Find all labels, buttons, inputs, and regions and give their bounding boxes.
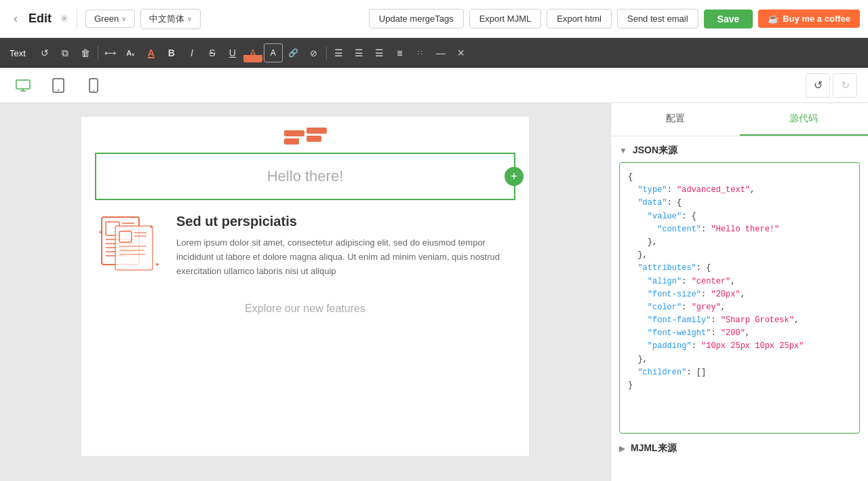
hello-text: Hello there! [267, 168, 344, 185]
svg-point-2 [58, 90, 59, 91]
toolbar-link-icon[interactable]: ⟷ [101, 43, 120, 62]
toolbar-sep-2 [326, 46, 327, 60]
nav-divider [77, 9, 77, 28]
coffee-label: Buy me a coffee [783, 14, 850, 24]
content-title: Sed ut perspiciatis [176, 214, 515, 229]
toolbar-remove-link-button[interactable]: ⊘ [304, 43, 323, 62]
toolbar-bg-color-button[interactable]: A [243, 43, 262, 62]
mjml-section-header[interactable]: ▶ MJML来源 [619, 434, 860, 463]
json-editor[interactable]: { "type": "advanced_text", "data": { "va… [619, 162, 860, 434]
green-chevron-icon: ∨ [121, 15, 126, 22]
desktop-view-button[interactable] [11, 73, 35, 98]
svg-text:✦: ✦ [155, 261, 160, 268]
toolbar-list-ol-button[interactable]: ≣ [391, 43, 410, 62]
svg-text:✦: ✦ [98, 229, 103, 235]
logo-col-1 [284, 130, 304, 145]
toolbar-outline-button[interactable]: A [264, 43, 283, 62]
toolbar-font-size-button[interactable]: Aᵥ [121, 43, 140, 62]
tab-source[interactable]: 源代码 [740, 103, 869, 136]
view-bar: ↺ ↻ [0, 68, 868, 103]
green-label: Green [94, 14, 119, 24]
mjml-arrow-icon: ▶ [619, 444, 625, 453]
svg-text:✦: ✦ [149, 225, 153, 229]
explore-text: Explore our new features [245, 303, 366, 314]
toolbar-close-button[interactable]: × [452, 43, 471, 62]
logo-bar-4 [307, 136, 321, 142]
toolbar-delete-button[interactable]: 🗑 [76, 43, 95, 62]
svg-rect-15 [115, 226, 153, 270]
email-canvas: Hello there! + [81, 117, 529, 456]
svg-rect-0 [16, 80, 30, 89]
toolbar-align-center-button[interactable]: ☰ [350, 43, 369, 62]
redo-button[interactable]: ↻ [833, 73, 857, 98]
main-layout: Hello there! + [0, 103, 868, 481]
panel-content: ▼ JSON来源 { "type": "advanced_text", "dat… [611, 136, 868, 481]
view-icons [11, 73, 806, 98]
logo-icon [284, 130, 327, 145]
toolbar-undo-button[interactable]: ↺ [35, 43, 54, 62]
lang-label: 中文简体 [149, 13, 184, 25]
mobile-view-button[interactable] [81, 73, 106, 98]
toolbar-copy-button[interactable]: ⧉ [56, 43, 75, 62]
toolbar-list-ul-button[interactable]: ∷ [411, 43, 430, 62]
toolbar-align-right-button[interactable]: ☰ [370, 43, 389, 62]
buy-coffee-button[interactable]: ☕ Buy me a coffee [758, 9, 860, 28]
canvas-area: Hello there! + [0, 103, 610, 481]
lang-button[interactable]: 中文简体 ∨ [140, 9, 201, 29]
content-body: Lorem ipsum dolor sit amet, consectetur … [176, 236, 515, 278]
json-section-title: JSON来源 [633, 145, 677, 157]
navbar: ‹ Edit ✳ Green ∨ 中文简体 ∨ Update mergeTags… [0, 0, 868, 38]
toolbar-font-color-button[interactable]: A [142, 43, 161, 62]
add-block-button[interactable]: + [505, 167, 524, 186]
explore-section: Explore our new features [81, 292, 529, 326]
green-theme-button[interactable]: Green ∨ [85, 9, 135, 28]
toolbar-text-label: Text [5, 47, 30, 60]
hello-section[interactable]: Hello there! + [95, 153, 515, 200]
logo-col-2 [307, 128, 327, 142]
json-arrow-icon: ▼ [619, 146, 627, 155]
page-title: Edit [28, 12, 52, 26]
toolbar-hr-button[interactable]: — [431, 43, 450, 62]
back-button[interactable]: ‹ [8, 9, 23, 28]
export-mjml-button[interactable]: Export MJML [469, 9, 542, 28]
lang-chevron-icon: ∨ [187, 15, 192, 22]
toolbar-underline-button[interactable]: U [223, 43, 242, 62]
content-text: Sed ut perspiciatis Lorem ipsum dolor si… [176, 214, 515, 278]
star-icon[interactable]: ✳ [60, 12, 68, 25]
tablet-view-button[interactable] [46, 73, 71, 98]
text-toolbar: Text ↺ ⧉ 🗑 ⟷ Aᵥ A B I S U A A 🔗 ⊘ ☰ ☰ ☰ … [0, 38, 868, 68]
toolbar-sep-1 [98, 46, 98, 60]
undo-button[interactable]: ↺ [806, 73, 830, 98]
tab-config[interactable]: 配置 [611, 103, 740, 136]
svg-point-4 [93, 90, 94, 91]
logo-row [81, 117, 529, 153]
content-svg: ✦ ✦ ✦ [95, 214, 163, 275]
content-section: ✦ ✦ ✦ Sed ut perspiciatis Lorem ipsum do… [81, 200, 529, 292]
toolbar-italic-button[interactable]: I [182, 43, 201, 62]
update-mergetags-button[interactable]: Update mergeTags [369, 9, 464, 28]
toolbar-align-left-button[interactable]: ☰ [330, 43, 349, 62]
right-panel: 配置 源代码 ▼ JSON来源 { "type": "advanced_text… [610, 103, 868, 481]
undo-redo-controls: ↺ ↻ [806, 73, 857, 98]
send-test-button[interactable]: Send test email [617, 9, 698, 28]
toolbar-add-link-button[interactable]: 🔗 [284, 43, 303, 62]
mjml-section-title: MJML来源 [631, 442, 677, 455]
toolbar-bold-button[interactable]: B [162, 43, 181, 62]
logo-bar-2 [284, 138, 299, 145]
json-section-header[interactable]: ▼ JSON来源 [619, 145, 860, 157]
logo-bar-1 [284, 130, 304, 136]
panel-tabs: 配置 源代码 [611, 103, 868, 136]
export-html-button[interactable]: Export html [547, 9, 612, 28]
content-image: ✦ ✦ ✦ [95, 214, 163, 277]
save-button[interactable]: Save [704, 9, 753, 28]
logo-bar-3 [307, 128, 327, 134]
toolbar-strikethrough-button[interactable]: S [203, 43, 222, 62]
coffee-icon: ☕ [768, 14, 778, 24]
